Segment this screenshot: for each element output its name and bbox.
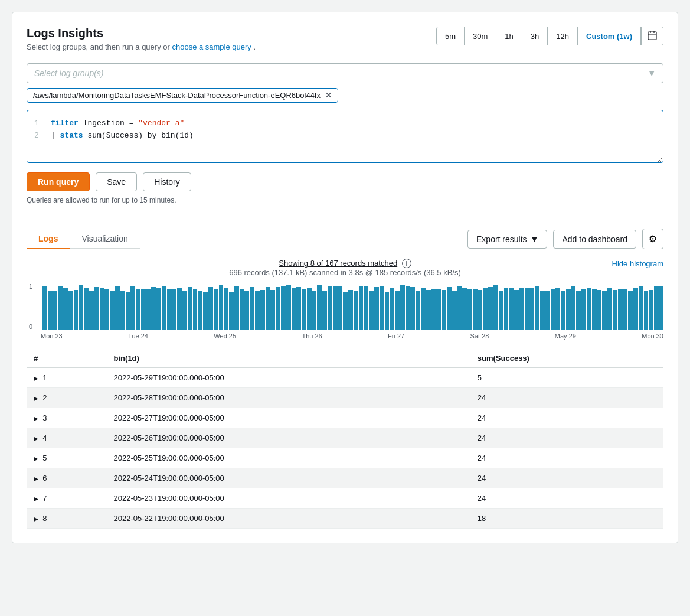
histogram-bar bbox=[136, 289, 140, 330]
histogram-bar bbox=[167, 289, 172, 330]
histogram-bar bbox=[141, 289, 146, 330]
expand-row-icon[interactable]: ▶ bbox=[34, 496, 38, 502]
histogram-bar bbox=[426, 290, 431, 330]
histogram-bar bbox=[380, 286, 384, 330]
histogram-bar bbox=[214, 289, 218, 330]
line-num-1: 1 bbox=[34, 118, 41, 130]
histogram-bar bbox=[576, 291, 581, 330]
action-row: Run query Save History bbox=[27, 172, 663, 191]
histogram-bar bbox=[203, 292, 208, 330]
histogram-bar bbox=[551, 289, 555, 330]
histogram-bar bbox=[364, 286, 368, 330]
cell-sum: 24 bbox=[470, 408, 663, 428]
col-bin: bin(1d) bbox=[107, 349, 470, 368]
histogram-bar bbox=[182, 291, 187, 330]
export-results-button[interactable]: Export results ▼ bbox=[467, 230, 547, 249]
histogram-bar bbox=[42, 286, 47, 330]
histogram-bar bbox=[266, 287, 270, 330]
table-row: ▶ 3 2022-05-27T19:00:00.000-05:00 24 bbox=[27, 408, 663, 428]
histogram-bar bbox=[317, 285, 322, 330]
expand-row-icon[interactable]: ▶ bbox=[34, 516, 38, 522]
histogram-bar bbox=[156, 288, 161, 330]
histogram-bar bbox=[488, 287, 493, 330]
histogram-bar bbox=[188, 287, 192, 330]
table-row: ▶ 4 2022-05-26T19:00:00.000-05:00 24 bbox=[27, 428, 663, 448]
histogram-bar bbox=[442, 290, 446, 330]
histogram-bar bbox=[307, 288, 312, 330]
histogram-bar bbox=[633, 288, 638, 330]
histogram-bar bbox=[587, 288, 591, 330]
histogram-bar bbox=[255, 291, 260, 330]
cell-sum: 24 bbox=[470, 388, 663, 408]
histogram-bar bbox=[89, 291, 94, 330]
history-button[interactable]: History bbox=[143, 172, 191, 191]
histogram-bar bbox=[302, 289, 306, 330]
histogram-bar bbox=[172, 289, 177, 330]
histogram-bar bbox=[436, 289, 441, 330]
time-1h[interactable]: 1h bbox=[496, 27, 522, 45]
hide-histogram-button[interactable]: Hide histogram bbox=[612, 259, 663, 268]
calendar-icon-button[interactable] bbox=[641, 27, 663, 45]
time-3h[interactable]: 3h bbox=[522, 27, 548, 45]
save-button[interactable]: Save bbox=[96, 172, 137, 191]
tab-visualization[interactable]: Visualization bbox=[70, 229, 139, 249]
cell-sum: 24 bbox=[470, 448, 663, 468]
histogram-bar bbox=[177, 288, 182, 330]
add-to-dashboard-button[interactable]: Add to dashboard bbox=[553, 230, 636, 249]
histogram-bar bbox=[504, 288, 509, 330]
tab-logs[interactable]: Logs bbox=[27, 229, 70, 249]
remove-log-group-button[interactable]: ✕ bbox=[325, 91, 332, 100]
histogram-bar bbox=[208, 287, 213, 330]
histogram-bar bbox=[462, 288, 467, 330]
expand-row-icon[interactable]: ▶ bbox=[34, 415, 38, 422]
query-text-2: sum(Success) by bin(1d) bbox=[87, 131, 193, 140]
histogram-bar bbox=[276, 287, 280, 330]
log-group-section: Select log group(s) ▼ /aws/lambda/Monito… bbox=[27, 63, 663, 103]
expand-row-icon[interactable]: ▶ bbox=[34, 375, 38, 382]
time-30m[interactable]: 30m bbox=[465, 27, 496, 45]
query-text-1: Ingestion = bbox=[83, 119, 139, 128]
expand-row-icon[interactable]: ▶ bbox=[34, 435, 38, 442]
histogram-bar bbox=[219, 285, 224, 330]
cell-sum: 24 bbox=[470, 428, 663, 448]
histogram-x-labels: Mon 23 Tue 24 Wed 25 Thu 26 Fri 27 Sat 2… bbox=[41, 333, 663, 340]
log-group-tag: /aws/lambda/MonitoringDataTasksEMFStack-… bbox=[27, 88, 338, 103]
expand-row-icon[interactable]: ▶ bbox=[34, 455, 38, 462]
histogram-bar bbox=[126, 292, 130, 330]
histogram-bar bbox=[229, 292, 234, 330]
histogram-bar bbox=[110, 291, 115, 330]
histogram-bar bbox=[473, 289, 478, 330]
histogram-bar bbox=[146, 289, 151, 330]
histogram-bar bbox=[115, 286, 120, 330]
x-label-sat28: Sat 28 bbox=[470, 333, 489, 340]
histogram-bar bbox=[374, 287, 379, 330]
time-12h[interactable]: 12h bbox=[548, 27, 578, 45]
page-subtitle: Select log groups, and then run a query … bbox=[27, 43, 256, 51]
log-group-select[interactable]: Select log group(s) ▼ bbox=[27, 63, 663, 83]
expand-row-icon[interactable]: ▶ bbox=[34, 475, 38, 482]
table-row: ▶ 6 2022-05-24T19:00:00.000-05:00 24 bbox=[27, 468, 663, 488]
sample-query-link[interactable]: choose a sample query bbox=[172, 43, 251, 51]
cell-sum: 24 bbox=[470, 468, 663, 488]
histogram-bar bbox=[198, 291, 202, 330]
settings-button[interactable]: ⚙ bbox=[642, 229, 663, 249]
histogram-bar bbox=[84, 288, 89, 330]
histogram-bar bbox=[499, 291, 503, 330]
cell-bin: 2022-05-27T19:00:00.000-05:00 bbox=[107, 408, 470, 428]
calendar-icon bbox=[648, 31, 657, 40]
histogram-bar bbox=[286, 285, 291, 330]
time-custom[interactable]: Custom (1w) bbox=[578, 27, 641, 45]
query-pipe: | bbox=[51, 131, 60, 140]
info-icon[interactable]: i bbox=[402, 259, 411, 268]
time-5m[interactable]: 5m bbox=[437, 27, 465, 45]
histogram-bar bbox=[270, 290, 275, 330]
expand-row-icon[interactable]: ▶ bbox=[34, 395, 38, 402]
histogram-bar bbox=[120, 291, 125, 330]
histogram-bar bbox=[348, 290, 353, 330]
query-editor[interactable]: 1 filter Ingestion = "vendor_a" 2 | stat… bbox=[27, 110, 663, 163]
run-query-button[interactable]: Run query bbox=[27, 172, 90, 191]
histogram-bar bbox=[343, 292, 348, 330]
histogram-bar bbox=[561, 291, 565, 330]
histogram-bar bbox=[421, 288, 426, 330]
keyword-stats: stats bbox=[60, 131, 83, 140]
